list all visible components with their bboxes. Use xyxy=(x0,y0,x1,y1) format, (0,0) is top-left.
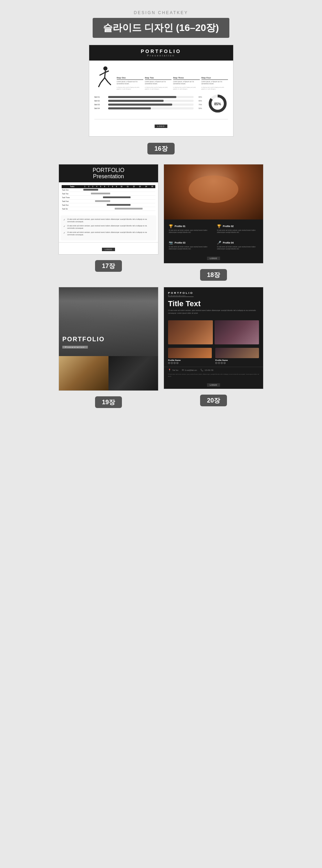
slide-19-overlay-text: PORTFOLIO Presentation xyxy=(62,336,105,349)
skill-3-name: Skill 03 xyxy=(94,104,106,106)
footer-text-2: E-mail@Mail.com xyxy=(185,369,197,371)
gantt-row-5: Task Five xyxy=(62,203,155,207)
skill-4-bar-bg xyxy=(108,107,194,109)
svg-line-4 xyxy=(101,78,105,83)
svg-line-7 xyxy=(108,82,111,85)
footer-item-2: ✉ E-mail@Mail.com xyxy=(182,369,197,372)
slide-20-profile-2: Profile Name f t in g xyxy=(215,348,259,365)
gantt-empty-3b xyxy=(131,196,155,200)
gantt-empty-2a xyxy=(83,192,91,196)
check-icon-2: ✓ xyxy=(63,225,65,228)
step-2-dummy: is dummy text used in laying out print, … xyxy=(145,86,172,90)
header-subtitle: DESIGN CHEATKEY xyxy=(7,10,315,15)
skill-4-bar-fill xyxy=(108,107,151,109)
gantt-h-12: 12 xyxy=(131,185,137,188)
skill-row-4: Skill 04 50% xyxy=(94,107,202,109)
profile-3-text: Ut wisi enim ad minim veniam, quis nostr… xyxy=(169,246,210,250)
slide-20-body: Ut wisi enim ad minim veniam, quis nostr… xyxy=(168,309,259,314)
slide-17-logo: LOGO xyxy=(102,248,115,251)
profile-card-1: 🏆 Profile 01 Ut wisi enim ad minim venia… xyxy=(167,222,212,236)
step-col-4: Step Four Lorem ipsum, or lipsum as it i… xyxy=(201,77,228,90)
slide-16-title: PORTFOLIO xyxy=(93,49,230,54)
slide-19-photo-left xyxy=(59,356,108,390)
skill-1-bar-fill xyxy=(108,96,176,98)
gantt-empty-4a xyxy=(83,200,95,203)
face-photo xyxy=(164,164,263,219)
gantt-bar-6 xyxy=(114,207,143,211)
slide-20-photos-row xyxy=(164,319,263,346)
step-1-dummy: is dummy text used in laying out print, … xyxy=(117,86,143,90)
gantt-empty-5a xyxy=(83,203,107,207)
slide-17-badge-area: 17장 xyxy=(95,257,122,275)
step-2-label: Step Two xyxy=(145,77,172,80)
steps-area: Step One Lorem ipsum, or lipsum as it is… xyxy=(94,66,228,90)
slide-20: PORTFOLIO Presentation Title Text Ut wis… xyxy=(164,287,263,389)
gantt-task-2: Task Two xyxy=(62,192,83,196)
gantt-h-8: 8 xyxy=(111,185,114,188)
gantt-h-11: 11 xyxy=(125,185,131,188)
profile-card-2: 🏆 Profile 02 Ut wisi enim ad minim venia… xyxy=(215,222,260,236)
social-dot-2c: in xyxy=(221,362,223,364)
header: DESIGN CHEATKEY 슬라이드 디자인 (16–20장) xyxy=(7,10,315,38)
photo-inner-left xyxy=(59,356,108,390)
slide-18: 🏆 Profile 01 Ut wisi enim ad minim venia… xyxy=(164,164,263,264)
svg-line-1 xyxy=(105,71,105,78)
social-dot-2d: g xyxy=(224,362,226,364)
gantt-row-4: Task Four xyxy=(62,200,155,203)
gantt-empty-3a xyxy=(83,196,103,200)
gantt-empty-2b xyxy=(111,192,155,196)
slide-20-portfolio-title: PORTFOLIO xyxy=(168,291,194,294)
social-dot-1c: in xyxy=(174,362,176,364)
slide-17-footer: LOGO xyxy=(59,242,158,254)
profile-4-name: Profile 04 xyxy=(223,242,234,244)
notes-section: ✓ Ut wisi enim ad minim veniam, quis nos… xyxy=(61,215,156,240)
figure-area xyxy=(94,66,115,90)
profile-2-name: Profile 02 xyxy=(223,225,234,227)
slide-20-profiles-section: Profile Name f t in g Profile Name f xyxy=(164,346,263,367)
step-2-text: Lorem ipsum, or lipsum as it is sometime… xyxy=(145,81,172,85)
profile-1-text: Ut wisi enim ad minim veniam, quis nostr… xyxy=(169,229,210,234)
slide-20-presentation: Presentation xyxy=(168,294,194,297)
svg-point-0 xyxy=(103,66,107,71)
slide-19-badge-area: 19장 xyxy=(95,394,122,411)
gantt-bar-1 xyxy=(83,188,99,192)
check-icon-3: ✓ xyxy=(63,231,65,235)
note-text-1: Ut wisi enim ad minim veniam, quis nostr… xyxy=(67,218,154,223)
step-4-label: Step Four xyxy=(201,77,228,80)
skill-2-name: Skill 02 xyxy=(94,100,106,102)
social-dot-1b: t xyxy=(171,362,173,364)
skill-1-bar-bg xyxy=(108,96,194,98)
svg-line-5 xyxy=(98,83,101,87)
footer-item-1: 📍 Title Text xyxy=(168,369,178,372)
profile-2-text: Ut wisi enim ad minim veniam, quis nostr… xyxy=(217,229,258,234)
slide-20-profile-1: Profile Name f t in g xyxy=(168,348,212,365)
gantt-bar-4 xyxy=(95,200,111,203)
profile-card-4: 🎤 Profile 04 Ut wisi enim ad minim venia… xyxy=(215,239,260,253)
profile-card-4-header: 🎤 Profile 04 xyxy=(217,241,258,245)
skill-2-bar-fill xyxy=(108,100,164,102)
skill-3-bar-bg xyxy=(108,104,194,106)
profile-name-2: Profile Name xyxy=(215,359,259,361)
skill-2-bar-bg xyxy=(108,100,194,102)
profile-name-1: Profile Name xyxy=(168,359,212,361)
slide-16-header: PORTFOLIO Presentation xyxy=(89,45,233,61)
step-col-3: Step Three Lorem ipsum, or lipsum as it … xyxy=(173,77,200,90)
slide-16-logo: LOGO xyxy=(155,125,167,128)
gantt-h-4: 4 xyxy=(95,185,98,188)
step-col-1: Step One Lorem ipsum, or lipsum as it is… xyxy=(117,77,143,90)
gantt-empty-4b xyxy=(111,200,155,203)
slide-17-container: PORTFOLIO Presentation Tasks 1 2 3 4 xyxy=(59,164,158,283)
gantt-bar-3 xyxy=(103,196,131,200)
slide-16: PORTFOLIO Presentation xyxy=(89,45,233,137)
slide-20-header-section: PORTFOLIO Presentation Title Text Ut wis… xyxy=(164,287,263,319)
donut-pct-text: 85% xyxy=(214,102,221,106)
slide-16-badge: 16장 xyxy=(147,143,174,154)
slide-17-badge: 17장 xyxy=(95,260,122,272)
gantt-bar-5 xyxy=(106,203,131,207)
slide-17: PORTFOLIO Presentation Tasks 1 2 3 4 xyxy=(59,164,158,255)
skill-4-name: Skill 04 xyxy=(94,107,106,109)
slide-18-profiles: 🏆 Profile 01 Ut wisi enim ad minim venia… xyxy=(164,219,263,263)
location-icon: 📍 xyxy=(168,369,171,372)
social-dot-1a: f xyxy=(168,362,170,364)
slide-16-body: Step One Lorem ipsum, or lipsum as it is… xyxy=(89,61,233,136)
